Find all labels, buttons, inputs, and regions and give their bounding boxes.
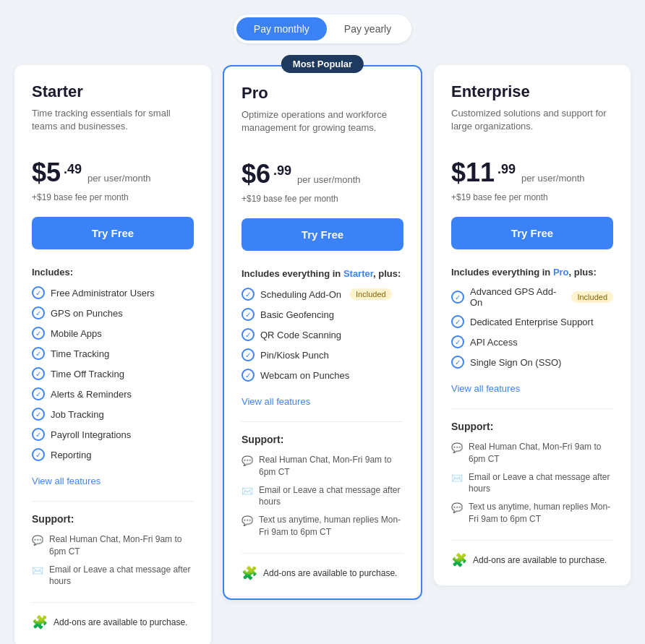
price-main: $6 — [242, 159, 270, 189]
support-text: Real Human Chat, Mon-Fri 9am to 6pm CT — [469, 441, 613, 465]
check-icon: ✓ — [451, 291, 464, 304]
view-all-link[interactable]: View all features — [242, 396, 403, 407]
price-row: $11 .99 per user/month — [451, 158, 613, 188]
feature-text: Reporting — [51, 450, 91, 460]
feature-text: Pin/Kiosk Punch — [260, 350, 329, 361]
feature-text: Webcam on Punches — [260, 370, 349, 381]
support-item: ✉️ Email or Leave a chat message after h… — [451, 471, 613, 496]
feature-item: ✓ Time Off Tracking — [32, 367, 194, 380]
support-icon: 💬 — [451, 442, 463, 455]
support-icon: ✉️ — [32, 564, 43, 578]
pay-yearly-button[interactable]: Pay yearly — [327, 17, 409, 40]
price-cents: .49 — [64, 162, 82, 177]
view-all-link[interactable]: View all features — [451, 383, 613, 394]
support-text: Email or Leave a chat message after hour… — [49, 564, 194, 588]
support-header: Support: — [32, 513, 194, 525]
support-text: Real Human Chat, Mon-Fri 9am to 6pm CT — [49, 533, 194, 558]
support-text: Real Human Chat, Mon-Fri 9am to 6pm CT — [259, 454, 403, 478]
check-icon: ✓ — [451, 315, 464, 328]
check-icon: ✓ — [242, 328, 255, 341]
support-item: 💬 Real Human Chat, Mon-Fri 9am to 6pm CT — [32, 533, 194, 558]
feature-item: ✓ Dedicated Enterprise Support — [451, 315, 613, 328]
included-badge: Included — [350, 288, 392, 300]
divider — [242, 421, 403, 422]
base-fee: +$19 base fee per month — [242, 194, 403, 204]
feature-text: Basic Geofencing — [260, 309, 334, 320]
feature-item: ✓ QR Code Scanning — [242, 328, 403, 341]
plan-description: Customized solutions and support for lar… — [451, 107, 613, 143]
feature-item: ✓ Time Tracking — [32, 347, 194, 360]
check-icon: ✓ — [451, 335, 464, 348]
feature-item: ✓ Scheduling Add-OnIncluded — [242, 288, 403, 301]
support-icon: ✉️ — [451, 472, 463, 485]
price-period: per user/month — [297, 174, 360, 185]
support-header: Support: — [242, 434, 403, 445]
check-icon: ✓ — [32, 448, 45, 461]
feature-text: Mobile Apps — [51, 328, 102, 339]
view-all-link[interactable]: View all features — [32, 476, 194, 486]
support-icon: 💬 — [32, 534, 43, 547]
check-icon: ✓ — [32, 367, 45, 380]
addons-text: Add-ons are available to purchase. — [54, 617, 187, 627]
puzzle-icon: 🧩 — [451, 552, 467, 568]
feature-item: ✓ Webcam on Punches — [242, 369, 403, 382]
includes-header: Includes everything in Starter, plus: — [242, 268, 403, 279]
most-popular-badge: Most Popular — [281, 55, 364, 73]
feature-item: ✓ Mobile Apps — [32, 327, 194, 340]
plan-card-enterprise: Enterprise Customized solutions and supp… — [434, 65, 631, 585]
feature-text: Alerts & Reminders — [51, 389, 132, 400]
feature-text: GPS on Punches — [51, 308, 123, 319]
support-item: ✉️ Email or Leave a chat message after h… — [32, 564, 194, 588]
support-item: 💬 Real Human Chat, Mon-Fri 9am to 6pm CT — [242, 454, 403, 478]
feature-text: Job Tracking — [51, 409, 104, 420]
check-icon: ✓ — [242, 288, 255, 301]
price-row: $6 .99 per user/month — [242, 159, 403, 189]
feature-list: ✓ Advanced GPS Add-OnIncluded ✓ Dedicate… — [451, 286, 613, 369]
support-list: 💬 Real Human Chat, Mon-Fri 9am to 6pm CT… — [32, 533, 194, 588]
check-icon: ✓ — [32, 347, 45, 360]
support-text: Email or Leave a chat message after hour… — [469, 471, 613, 496]
includes-header: Includes everything in Pro, plus: — [451, 267, 613, 278]
try-free-button[interactable]: Try Free — [32, 217, 194, 249]
price-period: per user/month — [521, 173, 584, 184]
addons-row: 🧩 Add-ons are available to purchase. — [242, 553, 403, 581]
price-main: $5 — [32, 158, 61, 188]
try-free-button[interactable]: Try Free — [451, 217, 613, 249]
plan-description: Optimize operations and workforce manage… — [242, 108, 403, 145]
check-icon: ✓ — [242, 308, 255, 321]
support-text: Text us anytime, human replies Mon-Fri 9… — [259, 514, 403, 538]
included-badge: Included — [571, 291, 613, 303]
divider — [32, 501, 194, 502]
feature-item: ✓ Payroll Integrations — [32, 428, 194, 441]
plan-name: Pro — [242, 84, 403, 103]
billing-toggle: Pay monthly Pay yearly — [14, 14, 631, 43]
try-free-button[interactable]: Try Free — [242, 218, 403, 251]
plan-name: Enterprise — [451, 82, 613, 101]
feature-item: ✓ Free Administrator Users — [32, 286, 194, 299]
feature-text: QR Code Scanning — [260, 330, 341, 340]
pay-monthly-button[interactable]: Pay monthly — [236, 17, 327, 40]
support-item: ✉️ Email or Leave a chat message after h… — [242, 484, 403, 509]
includes-header: Includes: — [32, 267, 194, 278]
feature-item: ✓ Pin/Kiosk Punch — [242, 348, 403, 361]
support-list: 💬 Real Human Chat, Mon-Fri 9am to 6pm CT… — [242, 454, 403, 538]
feature-text: Payroll Integrations — [51, 429, 131, 440]
support-icon: 💬 — [451, 502, 463, 515]
feature-text: Dedicated Enterprise Support — [470, 317, 594, 327]
support-icon: ✉️ — [242, 485, 253, 498]
plan-card-pro: Most Popular Pro Optimize operations and… — [223, 65, 422, 600]
toggle-container: Pay monthly Pay yearly — [234, 14, 411, 43]
support-item: 💬 Text us anytime, human replies Mon-Fri… — [242, 514, 403, 538]
support-item: 💬 Text us anytime, human replies Mon-Fri… — [451, 501, 613, 525]
puzzle-icon: 🧩 — [242, 565, 257, 581]
price-main: $11 — [451, 158, 495, 188]
divider — [451, 408, 613, 409]
feature-list: ✓ Scheduling Add-OnIncluded ✓ Basic Geof… — [242, 288, 403, 382]
puzzle-icon: 🧩 — [32, 614, 48, 630]
feature-item: ✓ Basic Geofencing — [242, 308, 403, 321]
support-item: 💬 Real Human Chat, Mon-Fri 9am to 6pm CT — [451, 441, 613, 465]
feature-item: ✓ Single Sign On (SSO) — [451, 356, 613, 369]
support-text: Email or Leave a chat message after hour… — [259, 484, 403, 509]
support-header: Support: — [451, 421, 613, 432]
feature-item: ✓ Advanced GPS Add-OnIncluded — [451, 286, 613, 308]
